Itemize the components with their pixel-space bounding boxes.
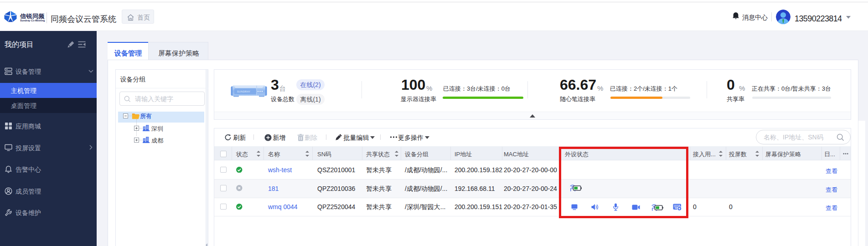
svg-text:SUNDRAY: SUNDRAY <box>237 90 250 93</box>
